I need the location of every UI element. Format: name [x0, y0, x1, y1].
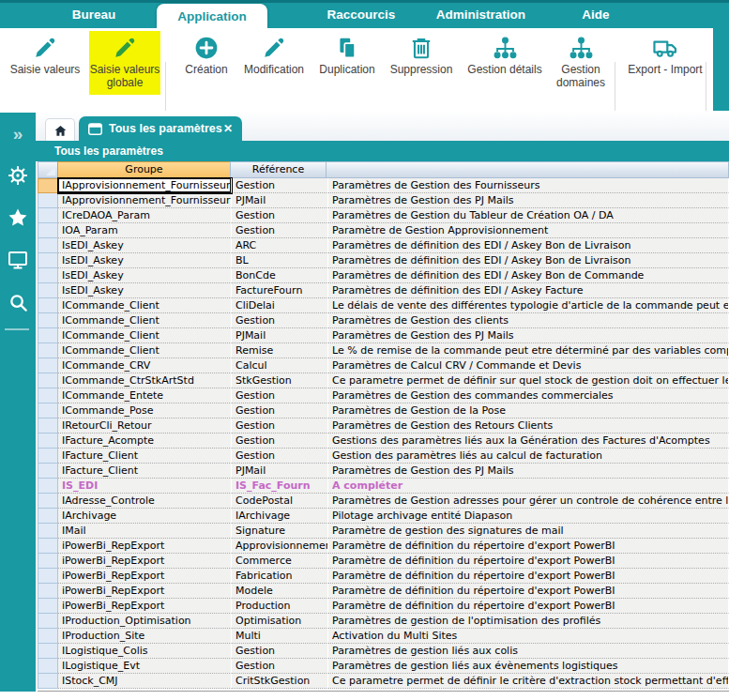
cell-reference[interactable]: Gestion	[232, 449, 328, 464]
cell-reference[interactable]: PJMail	[232, 193, 328, 208]
cell-groupe[interactable]: iPowerBi_RepExport	[58, 599, 232, 614]
gestion-details-button[interactable]: Gestion détails	[464, 31, 545, 76]
cell-description[interactable]: Gestions des paramètres liés aux la Géné…	[328, 434, 729, 449]
cell-reference[interactable]: Modele	[232, 584, 328, 599]
row-selector[interactable]	[38, 178, 58, 193]
cell-groupe[interactable]: ICommande_Client	[58, 298, 232, 313]
column-header-groupe[interactable]: Groupe	[57, 161, 231, 178]
table-row[interactable]: IStock_CMJCritStkGestionCe parametre per…	[38, 674, 729, 689]
row-selector[interactable]	[38, 584, 58, 599]
row-selector[interactable]	[38, 238, 58, 253]
table-row[interactable]: ICommande_CtrStkArtStdStkGestionCe param…	[38, 373, 729, 388]
row-selector[interactable]	[38, 524, 58, 539]
cell-description[interactable]: Paramètres de Gestion du Tableur de Créa…	[328, 208, 729, 223]
menu-tab-application[interactable]: Application	[157, 4, 267, 28]
table-row[interactable]: ICommande_CRVCalculParamètres de Calcul …	[38, 358, 729, 373]
cell-description[interactable]: Paramètres de Gestion des clients	[328, 313, 729, 328]
cell-description[interactable]: Paramètres de Gestion des PJ Mails	[328, 464, 729, 479]
cell-description[interactable]: Activation du Multi Sites	[328, 629, 729, 644]
table-row[interactable]: ICommande_EnteteGestionParamètres de Ges…	[38, 388, 729, 403]
cell-groupe[interactable]: IOA_Param	[58, 223, 232, 238]
row-selector[interactable]	[38, 223, 58, 238]
cell-reference[interactable]: Production	[232, 599, 328, 614]
cell-groupe[interactable]: iPowerBi_RepExport	[58, 584, 232, 599]
cell-reference[interactable]: BL	[232, 253, 328, 268]
cell-reference[interactable]: Calcul	[232, 358, 328, 373]
modification-button[interactable]: Modification	[238, 31, 310, 76]
cell-groupe[interactable]: ICommande_Client	[58, 328, 232, 343]
cell-description[interactable]: Paramètre de définition du répertoire d'…	[328, 584, 729, 599]
row-selector[interactable]	[38, 253, 58, 268]
cell-description[interactable]: Paramètres de définition des EDI / Askey…	[328, 238, 729, 253]
cell-description[interactable]: Paramètres de gestion de l'optimisation …	[328, 614, 729, 629]
row-selector[interactable]	[38, 539, 58, 554]
cell-description[interactable]: Paramètre de Gestion Approvisionnement	[328, 223, 729, 238]
table-row[interactable]: IS_EDIIS_Fac_FournA compléter	[38, 479, 729, 494]
table-row[interactable]: iPowerBi_RepExportModeleParamètre de déf…	[38, 584, 729, 599]
table-row[interactable]: IApprovisionnement_FournisseurPJMailPara…	[38, 193, 729, 208]
table-row[interactable]: ILogistique_ColisGestionParamètres de ge…	[38, 644, 729, 659]
cell-reference[interactable]: Optimisation	[232, 614, 328, 629]
table-row[interactable]: IsEDI_AskeyFactureFournParamètres de déf…	[38, 283, 729, 298]
cell-groupe[interactable]: IsEDI_Askey	[58, 268, 232, 283]
cell-groupe[interactable]: ICommande_Pose	[58, 403, 232, 418]
row-selector[interactable]	[38, 208, 58, 223]
cell-groupe[interactable]: IArchivage	[58, 509, 232, 524]
cell-description[interactable]: Paramètre de définition du répertoire d'…	[328, 569, 729, 584]
row-selector[interactable]	[38, 268, 58, 283]
row-selector[interactable]	[38, 479, 58, 494]
table-row[interactable]: ICommande_ClientRemiseLe % de remise de …	[38, 343, 729, 358]
column-header-reference[interactable]: Référence	[230, 161, 327, 178]
cell-description[interactable]: Pilotage archivage entité Diapason	[328, 509, 729, 524]
cell-description[interactable]: Paramètres de Gestion adresses pour gére…	[328, 494, 729, 509]
cell-reference[interactable]: CodePostal	[232, 494, 328, 509]
table-row[interactable]: iPowerBi_RepExportCommerceParamètre de d…	[38, 554, 729, 569]
table-row[interactable]: IRetourCli_RetourGestionParamètres de Ge…	[38, 418, 729, 434]
table-row[interactable]: iPowerBi_RepExportApprovisionnementParam…	[38, 539, 729, 554]
cell-description[interactable]: Paramètres de définition des EDI / Askey…	[328, 283, 729, 298]
table-row[interactable]: IMailSignatureParamètre de gestion des s…	[38, 524, 729, 539]
row-selector[interactable]	[38, 614, 58, 629]
cell-description[interactable]: Paramètre de définition du répertoire d'…	[328, 539, 729, 554]
cell-reference[interactable]: Gestion	[232, 208, 328, 223]
cell-groupe[interactable]: IRetourCli_Retour	[58, 418, 232, 434]
cell-description[interactable]: Ce parametre permet de définir le critèr…	[328, 674, 729, 689]
cell-groupe[interactable]: iPowerBi_RepExport	[58, 569, 232, 584]
cell-reference[interactable]: IArchivage	[232, 509, 328, 524]
row-selector[interactable]	[38, 298, 58, 313]
cell-description[interactable]: Le délais de vente des différentes typol…	[328, 298, 729, 313]
cell-groupe[interactable]: IsEDI_Askey	[58, 253, 232, 268]
table-row[interactable]: ICommande_PoseGestionParamètres de Gesti…	[38, 403, 729, 418]
cell-groupe[interactable]: ICommande_Entete	[58, 388, 232, 403]
cell-groupe[interactable]: IMail	[58, 524, 232, 539]
row-selector[interactable]	[38, 464, 58, 479]
cell-reference[interactable]: Fabrication	[232, 569, 328, 584]
cell-groupe[interactable]: IS_EDI	[58, 479, 232, 494]
close-icon[interactable]: ✕	[223, 122, 233, 135]
cell-groupe[interactable]: ICreDAOA_Param	[58, 208, 232, 223]
cell-groupe[interactable]: IFacture_Acompte	[58, 434, 232, 449]
cell-description[interactable]: Paramètres de Gestion des Retours Client…	[328, 418, 729, 434]
table-row[interactable]: ICreDAOA_ParamGestionParamètres de Gesti…	[38, 208, 729, 223]
cell-reference[interactable]: Gestion	[232, 644, 328, 659]
row-selector[interactable]	[38, 629, 58, 644]
cell-reference[interactable]: Gestion	[232, 434, 328, 449]
cell-groupe[interactable]: iPowerBi_RepExport	[58, 539, 232, 554]
cell-groupe[interactable]: IFacture_Client	[58, 449, 232, 464]
search-icon[interactable]	[0, 288, 36, 316]
row-selector[interactable]	[38, 403, 58, 418]
cell-groupe[interactable]: IsEDI_Askey	[58, 283, 232, 298]
cell-reference[interactable]: Gestion	[232, 659, 328, 674]
cell-description[interactable]: Paramètres de Gestion des Fournisseurs	[328, 178, 729, 193]
expand-chevrons-icon[interactable]: »	[0, 120, 36, 148]
table-row[interactable]: ICommande_ClientPJMailParamètres de Gest…	[38, 328, 729, 343]
creation-button[interactable]: Création	[175, 31, 238, 76]
saisie-valeurs-globale-button[interactable]: Saisie valeurs globale	[89, 31, 160, 95]
cell-reference[interactable]: ARC	[232, 238, 328, 253]
cell-groupe[interactable]: ILogistique_Colis	[58, 644, 232, 659]
cell-reference[interactable]: PJMail	[232, 328, 328, 343]
export-import-button[interactable]: Export - Import	[625, 31, 706, 76]
favorites-star-icon[interactable]	[0, 204, 36, 232]
row-selector[interactable]	[38, 373, 58, 388]
cell-description[interactable]: Paramètres de gestion liés aux évènement…	[328, 659, 729, 674]
